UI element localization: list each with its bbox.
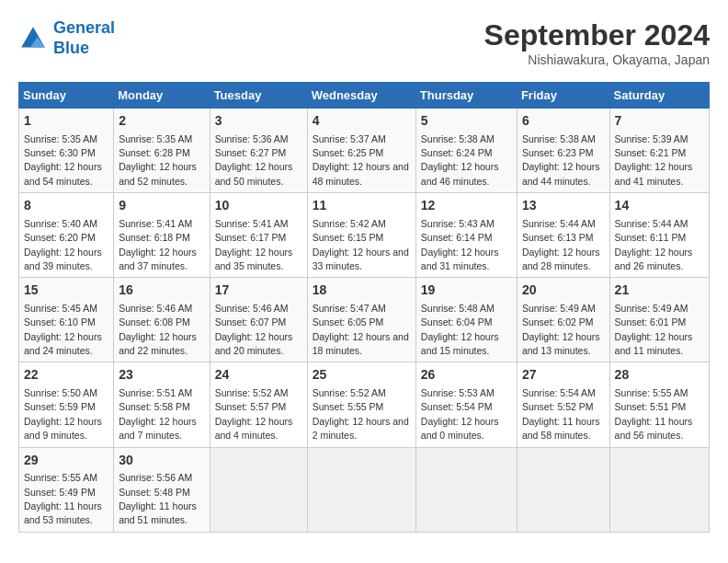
daylight-info: Daylight: 11 hours and 51 minutes.: [119, 500, 197, 525]
calendar-cell: 7 Sunrise: 5:39 AM Sunset: 6:21 PM Dayli…: [609, 109, 709, 193]
day-number: 26: [421, 366, 512, 385]
sunset-info: Sunset: 6:18 PM: [119, 232, 190, 243]
calendar-cell: 9 Sunrise: 5:41 AM Sunset: 6:18 PM Dayli…: [114, 193, 210, 278]
calendar-cell: 5 Sunrise: 5:38 AM Sunset: 6:24 PM Dayli…: [415, 109, 517, 193]
sunrise-info: Sunrise: 5:56 AM: [119, 472, 192, 483]
location-subtitle: Nishiawakura, Okayama, Japan: [484, 52, 710, 67]
logo: General Blue: [18, 18, 115, 58]
sunset-info: Sunset: 6:08 PM: [119, 316, 190, 327]
sunset-info: Sunset: 6:07 PM: [215, 316, 287, 327]
daylight-info: Daylight: 12 hours and 50 minutes.: [215, 161, 293, 186]
sunset-info: Sunset: 6:11 PM: [615, 232, 687, 243]
daylight-info: Daylight: 12 hours and 54 minutes.: [24, 161, 102, 186]
sunrise-info: Sunrise: 5:43 AM: [421, 218, 495, 229]
sunrise-info: Sunrise: 5:36 AM: [215, 133, 289, 144]
daylight-info: Daylight: 12 hours and 7 minutes.: [119, 416, 197, 441]
day-number: 24: [215, 366, 302, 385]
calendar-body: 1 Sunrise: 5:35 AM Sunset: 6:30 PM Dayli…: [19, 109, 710, 533]
day-number: 9: [119, 197, 204, 215]
sunrise-info: Sunrise: 5:55 AM: [24, 472, 97, 483]
sunrise-info: Sunrise: 5:38 AM: [522, 133, 596, 144]
day-number: 14: [615, 197, 704, 215]
day-number: 20: [522, 282, 605, 300]
sunrise-info: Sunrise: 5:42 AM: [313, 218, 386, 229]
day-number: 28: [615, 366, 704, 385]
day-number: 21: [615, 282, 704, 300]
day-number: 16: [119, 282, 204, 300]
sunset-info: Sunset: 5:59 PM: [24, 401, 96, 412]
day-number: 15: [24, 282, 108, 300]
calendar-cell: 19 Sunrise: 5:48 AM Sunset: 6:04 PM Dayl…: [415, 278, 517, 362]
sunrise-info: Sunrise: 5:55 AM: [615, 387, 688, 398]
daylight-info: Daylight: 12 hours and 41 minutes.: [615, 161, 693, 186]
daylight-info: Daylight: 12 hours and 18 minutes.: [313, 331, 409, 356]
daylight-info: Daylight: 12 hours and 48 minutes.: [313, 161, 409, 186]
daylight-info: Daylight: 12 hours and 28 minutes.: [522, 247, 600, 271]
calendar-cell: 3 Sunrise: 5:36 AM Sunset: 6:27 PM Dayli…: [210, 109, 307, 193]
calendar-cell: 22 Sunrise: 5:50 AM Sunset: 5:59 PM Dayl…: [19, 362, 114, 447]
daylight-info: Daylight: 12 hours and 44 minutes.: [522, 161, 600, 186]
sunrise-info: Sunrise: 5:37 AM: [313, 133, 386, 144]
calendar-cell: [307, 447, 415, 532]
day-number: 27: [522, 366, 605, 385]
calendar-cell: [609, 447, 709, 532]
calendar-cell: 14 Sunrise: 5:44 AM Sunset: 6:11 PM Dayl…: [609, 193, 709, 278]
daylight-info: Daylight: 12 hours and 22 minutes.: [119, 331, 197, 356]
sunset-info: Sunset: 6:20 PM: [24, 232, 96, 243]
daylight-info: Daylight: 12 hours and 24 minutes.: [24, 331, 102, 356]
day-number: 10: [215, 197, 302, 215]
daylight-info: Daylight: 12 hours and 0 minutes.: [421, 416, 499, 441]
sunrise-info: Sunrise: 5:49 AM: [522, 303, 596, 314]
calendar-cell: [210, 447, 307, 532]
sunset-info: Sunset: 6:10 PM: [24, 316, 96, 327]
calendar-cell: 30 Sunrise: 5:56 AM Sunset: 5:48 PM Dayl…: [114, 447, 210, 532]
sunset-info: Sunset: 6:13 PM: [522, 232, 594, 243]
logo-text: General Blue: [53, 18, 115, 58]
daylight-info: Daylight: 12 hours and 35 minutes.: [215, 247, 293, 271]
calendar-cell: 8 Sunrise: 5:40 AM Sunset: 6:20 PM Dayli…: [19, 193, 114, 278]
sunset-info: Sunset: 6:25 PM: [313, 147, 384, 158]
calendar-cell: 13 Sunrise: 5:44 AM Sunset: 6:13 PM Dayl…: [517, 193, 609, 278]
daylight-info: Daylight: 12 hours and 46 minutes.: [421, 161, 499, 186]
calendar-cell: [517, 447, 609, 532]
daylight-info: Daylight: 11 hours and 56 minutes.: [615, 416, 693, 441]
daylight-info: Daylight: 11 hours and 58 minutes.: [522, 416, 600, 441]
sunset-info: Sunset: 5:57 PM: [215, 401, 287, 412]
sunset-info: Sunset: 6:30 PM: [24, 147, 96, 158]
sunset-info: Sunset: 6:02 PM: [522, 316, 594, 327]
daylight-info: Daylight: 12 hours and 37 minutes.: [119, 247, 197, 271]
daylight-info: Daylight: 12 hours and 2 minutes.: [313, 416, 409, 441]
sunrise-info: Sunrise: 5:51 AM: [119, 387, 192, 398]
day-number: 4: [313, 112, 411, 131]
calendar-cell: 11 Sunrise: 5:42 AM Sunset: 6:15 PM Dayl…: [307, 193, 415, 278]
day-number: 22: [24, 366, 108, 385]
day-number: 25: [313, 366, 411, 385]
sunset-info: Sunset: 6:14 PM: [421, 232, 493, 243]
sunset-info: Sunset: 6:28 PM: [119, 147, 190, 158]
sunset-info: Sunset: 6:21 PM: [615, 147, 687, 158]
sunrise-info: Sunrise: 5:41 AM: [119, 218, 192, 229]
sunrise-info: Sunrise: 5:46 AM: [119, 303, 192, 314]
sunset-info: Sunset: 5:58 PM: [119, 401, 190, 412]
sunrise-info: Sunrise: 5:39 AM: [615, 133, 688, 144]
sunrise-info: Sunrise: 5:35 AM: [24, 133, 97, 144]
sunset-info: Sunset: 6:27 PM: [215, 147, 287, 158]
day-number: 29: [24, 452, 108, 470]
header-sunday: Sunday: [19, 83, 114, 109]
calendar-cell: 15 Sunrise: 5:45 AM Sunset: 6:10 PM Dayl…: [19, 278, 114, 362]
day-number: 5: [421, 112, 512, 131]
day-number: 11: [313, 197, 411, 215]
page-header: General Blue September 2024 Nishiawakura…: [18, 18, 710, 67]
sunset-info: Sunset: 6:24 PM: [421, 147, 493, 158]
daylight-info: Daylight: 12 hours and 20 minutes.: [215, 331, 293, 356]
daylight-info: Daylight: 12 hours and 33 minutes.: [313, 247, 409, 271]
calendar-cell: 23 Sunrise: 5:51 AM Sunset: 5:58 PM Dayl…: [114, 362, 210, 447]
header-row: SundayMondayTuesdayWednesdayThursdayFrid…: [19, 83, 710, 109]
header-monday: Monday: [114, 83, 210, 109]
logo-icon: [18, 24, 48, 53]
daylight-info: Daylight: 12 hours and 13 minutes.: [522, 331, 600, 356]
calendar-cell: 27 Sunrise: 5:54 AM Sunset: 5:52 PM Dayl…: [517, 362, 609, 447]
sunrise-info: Sunrise: 5:45 AM: [24, 303, 97, 314]
day-number: 8: [24, 197, 108, 215]
calendar-cell: 20 Sunrise: 5:49 AM Sunset: 6:02 PM Dayl…: [517, 278, 609, 362]
